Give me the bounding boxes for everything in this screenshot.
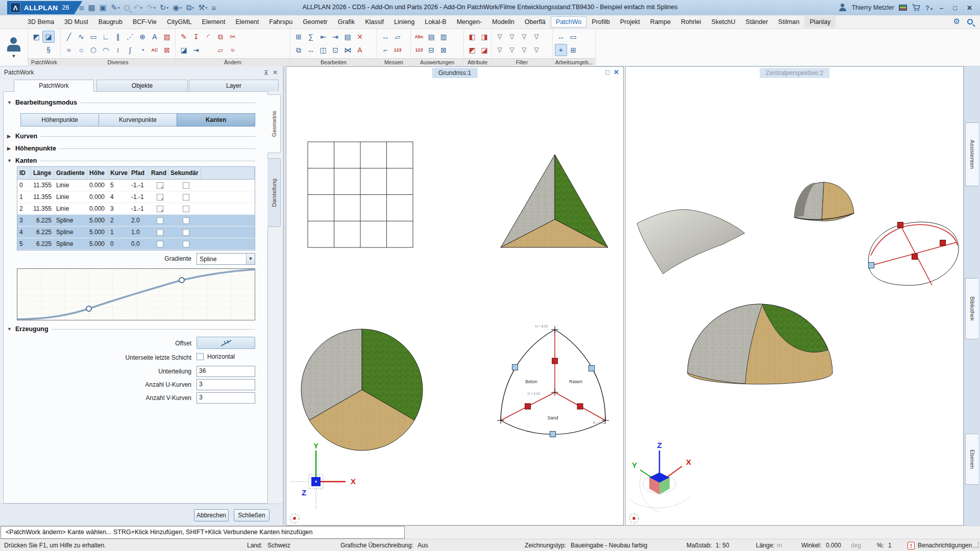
brush-icon[interactable]: ◪ — [178, 44, 190, 56]
attribute-brush-icon[interactable]: ◨ — [478, 31, 491, 43]
status-zeichnung-value[interactable]: Baueingabe - Neubau farbig — [571, 542, 647, 549]
undo-icon[interactable]: ↶▾ — [132, 2, 144, 13]
u-kurven-input[interactable]: 3 — [197, 379, 255, 390]
edit-icon[interactable]: ✎▾ — [109, 2, 121, 13]
tools-icon[interactable]: ⚒▾ — [197, 2, 209, 13]
report-list-icon[interactable]: ▤ — [425, 31, 437, 43]
column-pfad[interactable]: Pfad — [129, 167, 149, 179]
align-boxes-icon[interactable]: ◫ — [317, 44, 329, 56]
edge-handle-red[interactable] — [940, 240, 946, 246]
edge-handle-red[interactable] — [577, 404, 583, 409]
ac-dimension-icon[interactable]: AC — [149, 44, 161, 56]
section-kanten[interactable]: ▼ Kanten — [7, 157, 260, 164]
select-crosshair-icon[interactable]: ⌖ — [555, 44, 567, 56]
arc-handle-blue[interactable] — [869, 263, 874, 268]
menu-lokal-b[interactable]: Lokal-B — [420, 16, 451, 28]
filter-pen-icon[interactable]: ∇ — [518, 44, 530, 56]
column-länge[interactable]: Länge — [31, 167, 54, 179]
gradient-curve-editor[interactable] — [17, 268, 255, 320]
menu-element[interactable]: Element — [197, 16, 231, 28]
project-grid-icon[interactable]: ▦ — [87, 2, 97, 13]
curve-control-point[interactable] — [179, 278, 184, 283]
curve-control-point[interactable] — [86, 306, 91, 311]
parallel-lines-icon[interactable]: ∥ — [112, 31, 124, 43]
grid-mesh-shape[interactable] — [308, 142, 413, 247]
polyline-icon[interactable]: ≈ — [63, 44, 75, 56]
profile-button[interactable]: ▼ — [0, 29, 28, 66]
point-symbol-icon[interactable]: ⊕ — [136, 31, 149, 43]
chevron-down-icon[interactable]: ▼ — [246, 254, 255, 264]
menu-rampe[interactable]: Rampe — [645, 16, 676, 28]
pin-icon[interactable]: ⊼ — [264, 69, 268, 77]
ruler-stack-icon[interactable]: ▭ — [567, 31, 579, 43]
filter-layer-icon[interactable]: ∇ — [494, 44, 506, 56]
workspace-grid-icon[interactable]: ⊞ — [567, 44, 579, 56]
notification-warning-icon[interactable]: ! — [908, 542, 915, 549]
menu-bcf-vie[interactable]: BCF-Vie — [128, 16, 162, 28]
sekundaer-checkbox[interactable] — [183, 206, 189, 212]
delete-icon[interactable]: ✕ — [354, 31, 366, 43]
search-report-icon[interactable]: ⊠ — [437, 44, 450, 56]
section-kurven[interactable]: ▶ Kurven — [7, 133, 260, 140]
status-winkel-unit[interactable]: deg — [851, 542, 861, 549]
settings-gear-icon[interactable]: ⚙ — [953, 17, 960, 26]
menu-st-nder[interactable]: Ständer — [741, 16, 773, 28]
connect-status-icon[interactable] — [899, 5, 907, 11]
menu-planlay[interactable]: Planlay — [804, 16, 836, 28]
xbox-icon[interactable]: ⊠ — [161, 44, 173, 56]
close-panel-button[interactable]: Schließen — [234, 509, 270, 521]
attribute-paste-icon[interactable]: ◪ — [478, 44, 491, 56]
edge-tab-ebenen[interactable]: Ebenen — [965, 434, 978, 485]
status-winkel-value[interactable]: 0.000 — [826, 542, 841, 549]
help-button[interactable]: ? ▾ — [925, 4, 933, 12]
windows-icon[interactable]: ⧉▾ — [184, 2, 195, 13]
maximize-button[interactable]: □ — [950, 4, 960, 12]
mirror-icon[interactable]: ⋈ — [341, 44, 354, 56]
distribute-icon[interactable]: ↔ — [305, 44, 317, 56]
menu-3d-must[interactable]: 3D Must — [59, 16, 93, 28]
palette-close-icon[interactable]: ✕ — [273, 69, 278, 76]
text-icon[interactable]: A — [149, 31, 161, 43]
workgroup-icon[interactable]: ⧈ — [78, 2, 86, 13]
filter-up-icon[interactable]: ∇ — [518, 31, 530, 43]
patchwork-edit-icon[interactable]: ◪ — [42, 31, 55, 43]
menu-3d-bema[interactable]: 3D Bema — [22, 16, 59, 28]
section-bearbeitungsmodus[interactable]: ▼ Bearbeitungsmodus — [7, 99, 260, 106]
sketch-box-icon[interactable]: ▨ — [161, 31, 173, 43]
arc-handle-blue[interactable] — [550, 432, 556, 437]
align-right-icon[interactable]: ⇥ — [329, 31, 341, 43]
arc-handle-blue[interactable] — [512, 365, 518, 370]
circle-plan-shape[interactable] — [301, 329, 423, 450]
menu-rohrlei[interactable]: Rohrlei — [676, 16, 706, 28]
menu-citygml[interactable]: CityGML — [162, 16, 197, 28]
menu-grafik[interactable]: Grafik — [333, 16, 360, 28]
menu-element[interactable]: Element — [230, 16, 264, 28]
gray-sheet-shape[interactable] — [637, 210, 745, 274]
numbers123-icon[interactable]: 123 — [413, 44, 425, 56]
line-icon[interactable]: ╱ — [63, 31, 75, 43]
view-icon[interactable]: ◉▾ — [171, 2, 183, 13]
attribute-copy-icon[interactable]: ◩ — [466, 44, 478, 56]
angle-icon[interactable]: ∟ — [100, 31, 112, 43]
filter-edit-icon[interactable]: ∇ — [506, 31, 518, 43]
spline-patch-shape[interactable] — [868, 222, 959, 285]
status-massstab-value[interactable]: 1: 50 — [716, 542, 729, 549]
status-notifications[interactable]: Benachrichtigungen — [918, 542, 972, 549]
cancel-button[interactable]: Abbrechen — [194, 509, 229, 521]
menu-oberfl-[interactable]: Oberflä — [520, 16, 551, 28]
column-sekundär[interactable]: Sekundär — [168, 167, 201, 179]
edge-handle-red[interactable] — [898, 222, 903, 228]
list-icon[interactable]: ▤ — [341, 31, 354, 43]
rand-checkbox[interactable]: ✓ — [157, 182, 163, 189]
resize-grip[interactable] — [973, 542, 979, 548]
chart-icon[interactable]: ▥ — [437, 31, 450, 43]
stamp-copy-icon[interactable]: ⧉ — [214, 31, 227, 43]
status-land-value[interactable]: Schweiz — [267, 542, 290, 549]
patchwork-attribute-icon[interactable]: § — [42, 44, 55, 56]
s-curve-icon[interactable]: ∫ — [124, 44, 136, 56]
arc-handle-blue[interactable] — [589, 366, 595, 371]
box3d-icon[interactable]: ⊡ — [329, 44, 341, 56]
tab-objekte[interactable]: Objekte — [96, 80, 188, 91]
side-tab-geometrie[interactable]: Geometrie — [267, 94, 281, 153]
menu-stilman[interactable]: Stilman — [773, 16, 805, 28]
